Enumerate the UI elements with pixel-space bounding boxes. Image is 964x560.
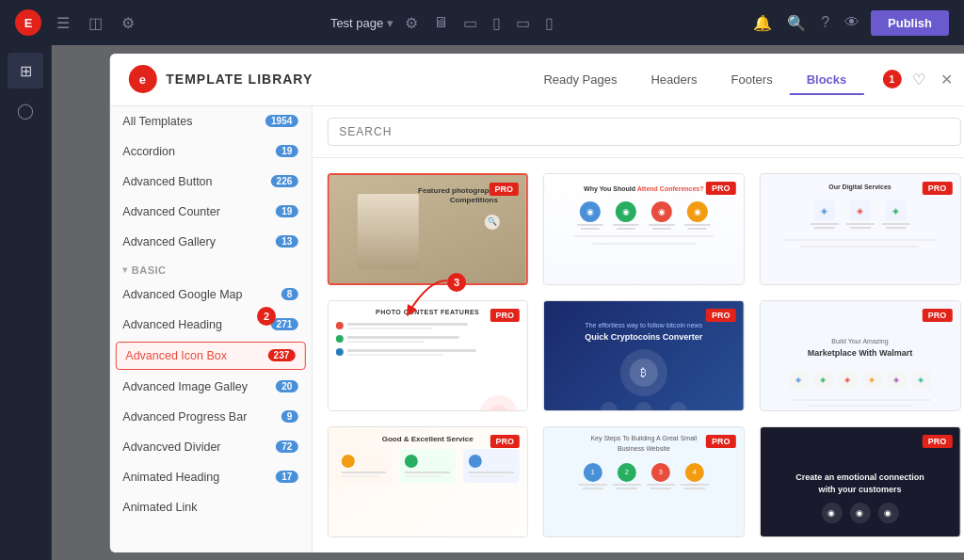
- advanced-counter-badge: 19: [276, 205, 297, 217]
- card-image-2: Why You Should Attend Conferences? ◉: [544, 174, 744, 286]
- sidebar-item-animated-heading[interactable]: Animated Heading 17: [109, 462, 311, 492]
- expand-icon: ▾: [122, 264, 128, 275]
- card-image-7: Good & Excellent Service: [328, 427, 527, 537]
- card-image-5: The effortless way to follow bitcoin new…: [544, 301, 744, 411]
- advanced-button-badge: 226: [271, 175, 298, 187]
- search-icon[interactable]: 🔍: [783, 10, 810, 36]
- advanced-gallery-badge: 13: [276, 235, 297, 248]
- template-card-1[interactable]: Featured photographyCompetitions 🔍: [327, 173, 528, 286]
- top-bar: E ☰ ◫ ⚙ Test page ▾ ⚙ 🖥 ▭ ▯ ▭ ▯ 🔔 🔍 ? 👁 …: [0, 0, 964, 45]
- top-bar-left: E ☰ ◫ ⚙: [15, 9, 138, 36]
- sidebar-item-advanced-counter[interactable]: Advanced Counter 19: [109, 197, 311, 227]
- template-card-7[interactable]: Good & Excellent Service: [327, 426, 528, 537]
- all-templates-badge: 1954: [265, 115, 297, 127]
- annotation-2: 2: [257, 307, 276, 326]
- animated-heading-badge: 17: [276, 471, 297, 483]
- sidebar-item-advanced-image-galley[interactable]: Advanced Image Galley 20: [109, 372, 311, 402]
- pro-badge-7: PRO: [490, 435, 520, 448]
- page-name: Test page ▾: [330, 16, 394, 30]
- content-area: Featured photographyCompetitions 🔍: [312, 106, 964, 552]
- template-sidebar: All Templates 1954 Accordion 19 Advanced…: [109, 106, 312, 552]
- pro-badge-9: PRO: [923, 435, 953, 448]
- elementor-logo[interactable]: E: [15, 9, 41, 36]
- template-card-9[interactable]: Create an emotional connectionwith your …: [760, 426, 961, 537]
- canvas-area: e TEMPLATE LIBRARY Ready Pages Headers F…: [52, 45, 964, 560]
- layers-icon[interactable]: ◫: [85, 10, 106, 36]
- eye-icon[interactable]: 👁: [841, 10, 863, 35]
- close-button[interactable]: ✕: [937, 67, 956, 92]
- tab-footers[interactable]: Footers: [715, 65, 790, 94]
- left-panel: ⊞ ◯: [0, 45, 52, 560]
- pro-badge-5: PRO: [706, 309, 736, 322]
- search-input[interactable]: [327, 118, 960, 146]
- sidebar-item-advanced-progress-bar[interactable]: Advanced Progress Bar 9: [109, 402, 311, 432]
- search-bar: [312, 106, 964, 158]
- modal-nav: Ready Pages Headers Footers Blocks: [526, 65, 863, 94]
- image-galley-badge: 20: [276, 380, 297, 392]
- desktop-icon[interactable]: 🖥: [429, 10, 452, 35]
- help-icon[interactable]: ?: [817, 10, 833, 35]
- pro-badge-4: PRO: [490, 309, 520, 322]
- pro-badge-8: PRO: [706, 435, 736, 448]
- progress-bar-badge: 9: [281, 410, 298, 423]
- template-card-2[interactable]: Why You Should Attend Conferences? ◉: [543, 173, 745, 286]
- accordion-badge: 19: [276, 145, 297, 157]
- template-card-5[interactable]: The effortless way to follow bitcoin new…: [543, 300, 745, 411]
- divider-badge: 72: [276, 440, 297, 453]
- card-image-8: Key Steps To Building A Great Small Busi…: [544, 427, 744, 537]
- widgets-icon[interactable]: ⊞: [8, 53, 43, 88]
- annotation-3: 3: [447, 273, 466, 292]
- modal-header: e TEMPLATE LIBRARY Ready Pages Headers F…: [109, 54, 964, 106]
- pro-badge-6: PRO: [923, 309, 953, 322]
- card-image-6: Build Your Amazing Marketplace With Walm…: [761, 301, 960, 411]
- sidebar-item-all-templates[interactable]: All Templates 1954: [109, 106, 311, 136]
- sidebar-item-advancved-divider[interactable]: Advancved Divider 72: [109, 432, 311, 462]
- sidebar-group-basic: ▾ Basic: [109, 257, 311, 280]
- advanced-icon-box-badge: 237: [268, 349, 296, 361]
- annotation-badge-1: 1: [882, 70, 901, 88]
- template-card-3[interactable]: Our Digital Services ◈ ◈: [760, 173, 961, 286]
- sidebar-item-animated-link[interactable]: Animated Link: [109, 492, 311, 522]
- top-bar-right: 🔔 🔍 ? 👁 Publish: [749, 10, 949, 36]
- modal-body: All Templates 1954 Accordion 19 Advanced…: [109, 106, 964, 552]
- sidebar-item-accordion[interactable]: Accordion 19: [109, 136, 311, 167]
- card-image-3: Our Digital Services ◈ ◈: [761, 174, 960, 286]
- template-card-8[interactable]: Key Steps To Building A Great Small Busi…: [543, 426, 745, 537]
- notification-icon[interactable]: 🔔: [749, 10, 776, 36]
- sidebar-item-advanced-google-map[interactable]: Advanced Google Map 8: [109, 280, 311, 310]
- hamburger-icon[interactable]: ☰: [53, 10, 73, 36]
- modal-logo: e: [128, 65, 156, 93]
- sidebar-item-advanced-button[interactable]: Advanced Button 226: [109, 167, 311, 197]
- editor-area: ⊞ ◯ e TEMPLATE LIBRARY Ready Pages Heade…: [0, 45, 964, 560]
- template-card-6[interactable]: Build Your Amazing Marketplace With Walm…: [760, 300, 961, 411]
- bookmark-icon[interactable]: ♡: [908, 67, 929, 92]
- pro-badge-2: PRO: [706, 182, 736, 195]
- pro-badge-3: PRO: [923, 182, 953, 195]
- google-map-badge: 8: [281, 288, 298, 300]
- template-library-modal: e TEMPLATE LIBRARY Ready Pages Headers F…: [109, 54, 964, 552]
- publish-button[interactable]: Publish: [871, 10, 949, 36]
- tab-headers[interactable]: Headers: [634, 65, 714, 94]
- template-grid: Featured photographyCompetitions 🔍: [312, 158, 964, 552]
- tab-blocks[interactable]: Blocks: [790, 65, 864, 94]
- mobile-h-icon[interactable]: ▭: [512, 10, 534, 36]
- tab-ready-pages[interactable]: Ready Pages: [526, 65, 634, 94]
- card-image-1: Featured photographyCompetitions 🔍: [329, 175, 526, 286]
- sidebar-item-advanced-icon-box[interactable]: Advanced Icon Box 237: [115, 342, 305, 370]
- sidebar-item-advanced-heading[interactable]: Advanced Heading 271: [109, 310, 311, 340]
- modal-title: TEMPLATE LIBRARY: [166, 72, 313, 87]
- sidebar-item-advanced-gallery[interactable]: Advanced Gallery 13: [109, 227, 311, 257]
- settings-icon[interactable]: ⚙: [118, 10, 138, 36]
- global-icon[interactable]: ◯: [8, 92, 43, 128]
- tablet-v-icon[interactable]: ▯: [489, 10, 505, 36]
- card-image-9: Create an emotional connectionwith your …: [761, 427, 960, 537]
- pro-badge-1: PRO: [489, 183, 519, 196]
- tablet-h-icon[interactable]: ▭: [459, 10, 481, 36]
- mobile-v-icon[interactable]: ▯: [541, 10, 557, 36]
- config-icon[interactable]: ⚙: [401, 10, 422, 36]
- modal-header-right: 1 ♡ ✕: [882, 67, 956, 92]
- top-bar-center: Test page ▾ ⚙ 🖥 ▭ ▯ ▭ ▯: [330, 10, 557, 36]
